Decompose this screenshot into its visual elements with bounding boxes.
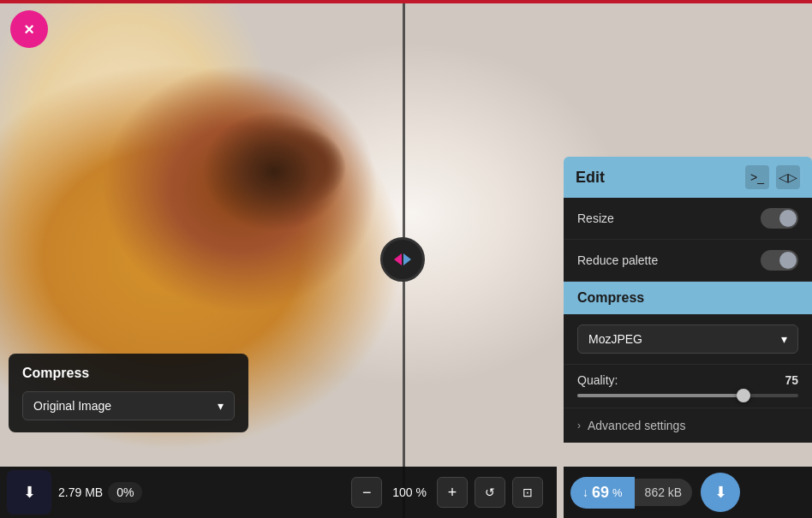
percentage-symbol: %: [123, 485, 134, 499]
arrow-left-icon: [394, 253, 402, 265]
quality-slider[interactable]: [577, 394, 798, 397]
advanced-settings-row[interactable]: › Advanced settings: [564, 408, 812, 443]
percentage-badge: 0 %: [108, 482, 142, 503]
close-button[interactable]: ×: [10, 10, 48, 48]
crop-icon: ⊡: [522, 485, 533, 499]
comparison-handle[interactable]: [380, 237, 425, 282]
download-right-icon: ⬇: [714, 483, 727, 502]
audio-button[interactable]: ◁▷: [776, 165, 800, 189]
zoom-number: 100: [392, 485, 412, 499]
quality-slider-fill: [577, 394, 743, 397]
resize-row: Resize: [564, 198, 812, 240]
compress-panel-chevron-icon: ▾: [218, 399, 224, 413]
percentage-value: 0: [116, 485, 123, 499]
crop-button[interactable]: ⊡: [512, 477, 543, 508]
download-left-button[interactable]: ⬇: [7, 470, 51, 515]
edit-header-icons: >_ ◁▷: [745, 165, 800, 189]
compression-percent-value: 69: [592, 484, 609, 502]
reduce-palette-toggle[interactable]: [761, 250, 798, 271]
download-right-button[interactable]: ⬇: [701, 473, 740, 512]
zoom-value: 100 %: [385, 485, 433, 499]
audio-icon: ◁▷: [779, 170, 797, 184]
advanced-settings-label: Advanced settings: [588, 419, 685, 432]
codec-chevron-icon: ▾: [781, 332, 787, 346]
compress-panel-select-value: Original Image: [33, 399, 111, 413]
kb-size: 862 kB: [635, 479, 693, 506]
panel-body: Resize Reduce palette Compress MozJPEG ▾: [564, 198, 812, 443]
edit-header: Edit >_ ◁▷: [564, 157, 812, 198]
resize-toggle[interactable]: [761, 208, 798, 229]
resize-label: Resize: [577, 211, 614, 225]
zoom-out-button[interactable]: −: [351, 477, 382, 508]
zoom-minus-icon: −: [362, 484, 372, 502]
bottom-toolbar: ⬇ 2.79 MB 0 % − 100 % + ↺ ⊡: [0, 467, 557, 518]
reduce-palette-row: Reduce palette: [564, 240, 812, 282]
handle-arrows: [394, 253, 411, 265]
compression-percent-badge: ↓ 69 %: [570, 477, 635, 509]
zoom-in-button[interactable]: +: [437, 477, 468, 508]
terminal-icon: >_: [750, 170, 764, 184]
bottom-right-area: ↓ 69 % 862 kB ⬇: [564, 467, 812, 518]
terminal-button[interactable]: >_: [745, 165, 769, 189]
codec-select-value: MozJPEG: [588, 332, 642, 346]
down-arrow-icon: ↓: [582, 485, 588, 499]
quality-slider-thumb[interactable]: [737, 389, 750, 402]
zoom-percent-symbol: %: [416, 485, 427, 499]
compression-result: ↓ 69 % 862 kB: [570, 477, 692, 509]
rotate-button[interactable]: ↺: [475, 477, 505, 508]
zoom-plus-icon: +: [448, 484, 457, 502]
quality-label: Quality:: [577, 373, 618, 387]
compress-section-title: Compress: [577, 290, 644, 305]
quality-row: Quality: 75: [564, 365, 812, 408]
download-left-icon: ⬇: [23, 483, 36, 502]
compress-panel-select[interactable]: Original Image ▾: [22, 391, 235, 420]
compress-panel: Compress Original Image ▾: [9, 354, 248, 432]
edit-title: Edit: [576, 169, 605, 187]
advanced-chevron-icon: ›: [577, 420, 581, 432]
compress-section-header: Compress: [564, 282, 812, 314]
right-panel: Edit >_ ◁▷ Resize Reduce palette: [564, 157, 812, 443]
close-icon: ×: [24, 20, 34, 39]
resize-toggle-knob: [779, 210, 797, 227]
compression-percent-symbol: %: [612, 486, 623, 499]
codec-select-row: MozJPEG ▾: [564, 314, 812, 365]
codec-select[interactable]: MozJPEG ▾: [577, 324, 798, 354]
reduce-palette-toggle-knob: [779, 252, 797, 269]
zoom-controls: − 100 % + ↺ ⊡: [351, 477, 543, 508]
arrow-right-icon: [403, 253, 411, 265]
reduce-palette-label: Reduce palette: [577, 253, 658, 267]
top-bar: [0, 0, 812, 3]
compress-panel-title: Compress: [22, 366, 235, 381]
quality-value: 75: [785, 373, 798, 387]
rotate-icon: ↺: [485, 485, 495, 499]
quality-label-row: Quality: 75: [577, 373, 798, 387]
file-size: 2.79 MB: [58, 485, 103, 499]
